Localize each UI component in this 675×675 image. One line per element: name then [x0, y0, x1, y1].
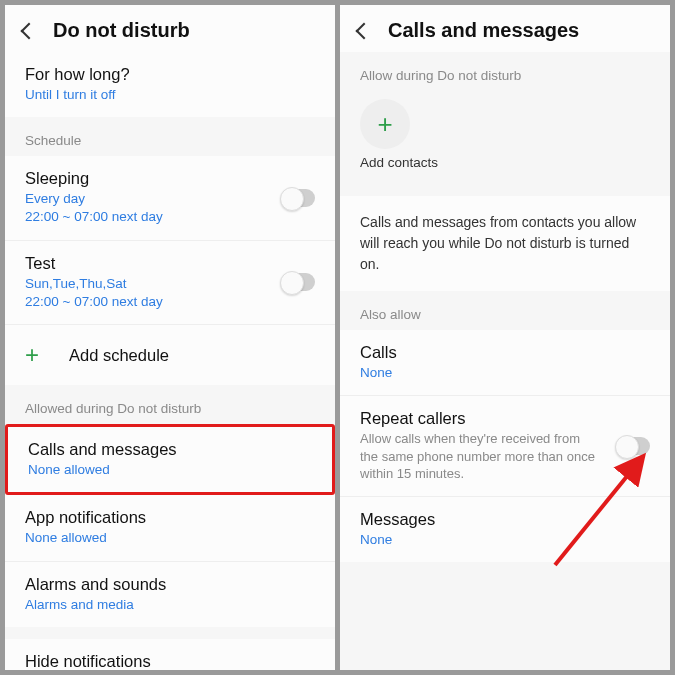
- allowed-section-label: Allowed during Do not disturb: [5, 385, 335, 424]
- repeat-callers-toggle[interactable]: [616, 437, 650, 455]
- schedule-sleeping-row[interactable]: Sleeping Every day 22:00 ~ 07:00 next da…: [5, 156, 335, 240]
- row-title: Repeat callers: [360, 409, 650, 428]
- header: Calls and messages: [340, 5, 670, 52]
- schedule-test-toggle[interactable]: [281, 273, 315, 291]
- schedule-test-row[interactable]: Test Sun,Tue,Thu,Sat 22:00 ~ 07:00 next …: [5, 241, 335, 325]
- row-title: Hide notifications: [25, 652, 315, 670]
- calls-row[interactable]: Calls None: [340, 330, 670, 396]
- page-title: Calls and messages: [388, 19, 579, 42]
- schedule-title: Sleeping: [25, 169, 315, 188]
- app-notifications-row[interactable]: App notifications None allowed: [5, 495, 335, 561]
- add-contacts-button[interactable]: +: [360, 99, 410, 149]
- row-title: Alarms and sounds: [25, 575, 315, 594]
- row-sub: None: [360, 364, 650, 382]
- add-schedule-row[interactable]: + Add schedule: [5, 325, 335, 385]
- row-title: Messages: [360, 510, 650, 529]
- for-how-long-row[interactable]: For how long? Until I turn it off: [5, 52, 335, 117]
- screen-do-not-disturb: Do not disturb For how long? Until I tur…: [5, 5, 335, 670]
- also-allow-section-label: Also allow: [340, 291, 670, 330]
- row-title: Calls: [360, 343, 650, 362]
- schedule-sub: Sun,Tue,Thu,Sat 22:00 ~ 07:00 next day: [25, 275, 315, 311]
- for-how-long-title: For how long?: [25, 65, 315, 84]
- schedule-sub: Every day 22:00 ~ 07:00 next day: [25, 190, 315, 226]
- alarms-sounds-row[interactable]: Alarms and sounds Alarms and media: [5, 562, 335, 627]
- schedule-section-label: Schedule: [5, 117, 335, 156]
- plus-icon: +: [25, 341, 57, 369]
- row-sub: None allowed: [25, 529, 315, 547]
- row-sub: None allowed: [28, 461, 312, 479]
- row-sub: None: [360, 531, 650, 549]
- back-icon[interactable]: [356, 22, 373, 39]
- schedule-sleeping-toggle[interactable]: [281, 189, 315, 207]
- row-title: App notifications: [25, 508, 315, 527]
- screen-calls-and-messages: Calls and messages Allow during Do not d…: [340, 5, 670, 670]
- hide-notifications-row[interactable]: Hide notifications: [5, 639, 335, 670]
- header: Do not disturb: [5, 5, 335, 52]
- row-title: Calls and messages: [28, 440, 312, 459]
- back-icon[interactable]: [21, 22, 38, 39]
- add-schedule-label: Add schedule: [69, 346, 169, 365]
- page-title: Do not disturb: [53, 19, 190, 42]
- calls-messages-row[interactable]: Calls and messages None allowed: [8, 427, 332, 492]
- messages-row[interactable]: Messages None: [340, 497, 670, 562]
- row-sub: Alarms and media: [25, 596, 315, 614]
- row-desc: Allow calls when they're received from t…: [360, 430, 650, 483]
- plus-icon: +: [377, 111, 392, 137]
- highlight-annotation: Calls and messages None allowed: [5, 424, 335, 495]
- for-how-long-sub: Until I turn it off: [25, 86, 315, 104]
- allow-during-section-label: Allow during Do not disturb: [340, 52, 670, 91]
- info-text: Calls and messages from contacts you all…: [340, 196, 670, 291]
- repeat-callers-row[interactable]: Repeat callers Allow calls when they're …: [340, 396, 670, 497]
- add-contacts-label: Add contacts: [340, 155, 670, 184]
- schedule-title: Test: [25, 254, 315, 273]
